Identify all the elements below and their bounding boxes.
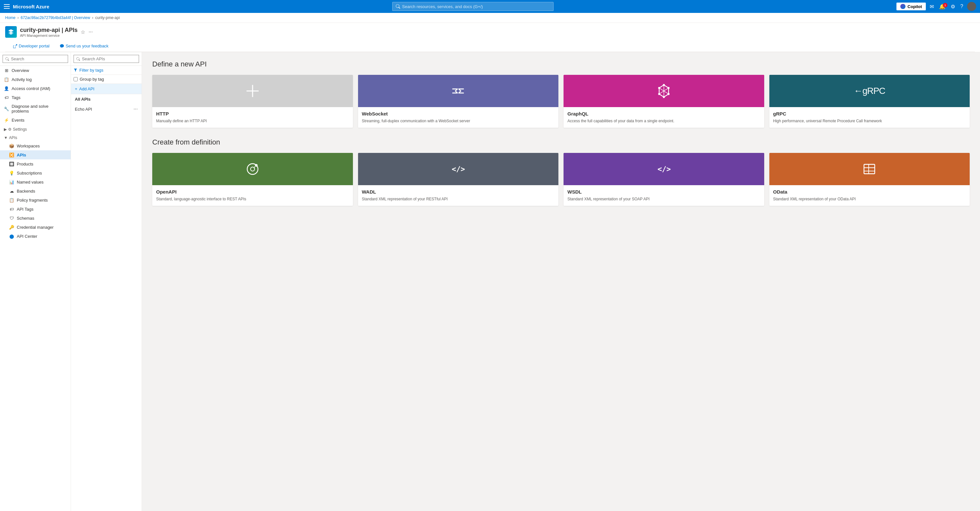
card-desc-odata: Standard XML representation of your ODat… bbox=[773, 196, 966, 202]
sidebar-item-schemas[interactable]: 🛡 Schemas bbox=[0, 213, 71, 223]
card-title-graphql: GraphQL bbox=[568, 111, 760, 116]
global-search-input[interactable] bbox=[402, 4, 550, 9]
add-api-label: Add API bbox=[80, 86, 94, 91]
sidebar-item-label: Settings bbox=[13, 127, 27, 132]
group-by-tag-checkbox[interactable] bbox=[73, 77, 78, 81]
api-search-icon bbox=[76, 57, 80, 61]
sidebar-item-products[interactable]: 🔲 Products bbox=[0, 159, 71, 169]
breadcrumb-subscription[interactable]: 672ac98ac2b7279b4bd3a44f | Overview bbox=[21, 16, 90, 20]
middle-panel: Filter by tags Group by tag + Add API Al… bbox=[71, 52, 142, 511]
card-banner-wsdl: </> bbox=[563, 153, 764, 185]
sidebar-item-workspaces[interactable]: 📦 Workspaces bbox=[0, 141, 71, 150]
tags-icon: 🏷 bbox=[4, 95, 9, 100]
copilot-button[interactable]: Copilot bbox=[896, 3, 926, 10]
svg-point-14 bbox=[255, 164, 258, 166]
sidebar-item-diagnose[interactable]: 🔧 Diagnose and solve problems bbox=[0, 102, 71, 116]
sidebar-item-api-center[interactable]: ⬤ API Center bbox=[0, 232, 71, 240]
page-title-group: curity-pme-api | APIs API Management ser… bbox=[20, 27, 78, 37]
sidebar-item-label: Access control (IAM) bbox=[12, 86, 50, 91]
card-banner-openapi bbox=[152, 153, 353, 185]
api-card-openapi[interactable]: OpenAPI Standard, language-agnostic inte… bbox=[152, 153, 353, 206]
api-search-input[interactable] bbox=[82, 56, 136, 61]
sidebar-search[interactable] bbox=[0, 52, 71, 66]
sidebar-section-settings[interactable]: ▶ ⚙ Settings bbox=[0, 124, 71, 133]
workspaces-icon: 📦 bbox=[9, 143, 14, 148]
sidebar-item-overview[interactable]: ⊞ Overview bbox=[0, 66, 71, 75]
card-body-odata: OData Standard XML representation of you… bbox=[769, 185, 970, 206]
sidebar-item-label: Events bbox=[12, 118, 24, 123]
toolbar: Developer portal Send us your feedback bbox=[5, 40, 975, 52]
api-card-wsdl[interactable]: </> WSDL Standard XML representation of … bbox=[563, 153, 764, 206]
credential-manager-icon: 🔑 bbox=[9, 224, 14, 230]
sidebar-item-label: Credential manager bbox=[17, 225, 54, 230]
email-icon[interactable]: ✉ bbox=[928, 2, 935, 11]
sidebar-item-policy-fragments[interactable]: 📋 Policy fragments bbox=[0, 196, 71, 205]
card-body-graphql: GraphQL Access the full capabilities of … bbox=[563, 107, 764, 128]
favorite-button[interactable]: ☆ bbox=[81, 29, 85, 35]
breadcrumb-current: curity-pme-api bbox=[95, 16, 120, 20]
svg-point-13 bbox=[251, 167, 255, 171]
svg-text:</>: </> bbox=[657, 165, 671, 173]
copilot-icon bbox=[900, 4, 905, 9]
api-item-more-button[interactable]: ··· bbox=[134, 106, 138, 112]
sidebar-item-label: APIs bbox=[17, 153, 26, 158]
sidebar-item-backends[interactable]: ☁ Backends bbox=[0, 186, 71, 196]
left-sidebar: ⊞ Overview 📋 Activity log 👤 Access contr… bbox=[0, 52, 71, 511]
sidebar-item-activity-log[interactable]: 📋 Activity log bbox=[0, 75, 71, 84]
card-banner-websocket bbox=[358, 75, 559, 107]
main-layout: ⊞ Overview 📋 Activity log 👤 Access contr… bbox=[0, 52, 980, 511]
api-card-graphql[interactable]: GraphQL Access the full capabilities of … bbox=[563, 75, 764, 128]
define-api-title: Define a new API bbox=[152, 60, 970, 68]
api-card-grpc[interactable]: ←gRPC gRPC High performance, universal R… bbox=[769, 75, 970, 128]
hamburger-menu[interactable] bbox=[4, 4, 10, 9]
create-from-definition-title: Create from definition bbox=[152, 138, 970, 146]
sidebar-item-subscriptions[interactable]: 💡 Subscriptions bbox=[0, 169, 71, 177]
all-apis-label: All APIs bbox=[71, 94, 142, 104]
card-body-grpc: gRPC High performance, universal Remote … bbox=[769, 107, 970, 128]
notification-wrapper[interactable]: 🔔 1 bbox=[938, 3, 947, 10]
app-title: Microsoft Azure bbox=[13, 4, 49, 10]
grpc-text: ←gRPC bbox=[854, 86, 885, 96]
websocket-icon bbox=[450, 83, 466, 99]
feedback-button[interactable]: Send us your feedback bbox=[57, 42, 111, 50]
filter-icon bbox=[73, 68, 78, 72]
filter-by-tags-button[interactable]: Filter by tags bbox=[71, 66, 142, 75]
breadcrumb-home[interactable]: Home bbox=[5, 16, 16, 20]
card-desc-wadl: Standard XML representation of your REST… bbox=[362, 196, 555, 202]
card-desc-wsdl: Standard XML representation of your SOAP… bbox=[568, 196, 760, 202]
sidebar-section-apis[interactable]: ▼ APIs bbox=[0, 133, 71, 141]
api-card-websocket[interactable]: WebSocket Streaming, full-duplex communi… bbox=[358, 75, 559, 128]
api-card-http[interactable]: HTTP Manually define an HTTP API bbox=[152, 75, 353, 128]
sidebar-item-apis[interactable]: 🔀 APIs bbox=[0, 150, 71, 159]
expand-icon: ▶ bbox=[4, 127, 7, 132]
sidebar-item-tags[interactable]: 🏷 Tags bbox=[0, 93, 71, 102]
card-title-wadl: WADL bbox=[362, 189, 555, 194]
sidebar-item-api-tags[interactable]: 🏷 API Tags bbox=[0, 205, 71, 213]
add-api-button[interactable]: + Add API bbox=[71, 84, 142, 94]
sidebar-item-events[interactable]: ⚡ Events bbox=[0, 116, 71, 124]
group-by-tag-option[interactable]: Group by tag bbox=[71, 75, 142, 84]
page-subtitle: API Management service bbox=[20, 33, 78, 37]
apis-icon: 🔀 bbox=[9, 152, 14, 158]
developer-portal-button[interactable]: Developer portal bbox=[10, 42, 52, 50]
help-icon[interactable]: ? bbox=[959, 2, 964, 11]
notification-badge: 1 bbox=[943, 3, 947, 8]
settings-icon[interactable]: ⚙ bbox=[949, 2, 956, 11]
global-search-bar[interactable] bbox=[392, 2, 554, 11]
sidebar-item-credential-manager[interactable]: 🔑 Credential manager bbox=[0, 223, 71, 232]
more-options-button[interactable]: ··· bbox=[88, 29, 92, 35]
sidebar-item-named-values[interactable]: 📊 Named values bbox=[0, 177, 71, 186]
sidebar-item-label: Diagnose and solve problems bbox=[12, 104, 67, 113]
sidebar-search-input[interactable] bbox=[11, 56, 65, 61]
api-card-odata[interactable]: OData Standard XML representation of you… bbox=[769, 153, 970, 206]
api-name: Echo API bbox=[75, 107, 92, 111]
sidebar-item-iam[interactable]: 👤 Access control (IAM) bbox=[0, 84, 71, 93]
api-search-container[interactable] bbox=[71, 52, 142, 66]
api-list-item[interactable]: Echo API ··· bbox=[71, 104, 142, 114]
top-navigation: Microsoft Azure Copilot ✉ 🔔 1 ⚙ ? bbox=[0, 0, 980, 13]
nav-center bbox=[53, 2, 893, 11]
user-avatar[interactable] bbox=[967, 2, 976, 11]
card-title-openapi: OpenAPI bbox=[156, 189, 349, 194]
api-card-wadl[interactable]: </> WADL Standard XML representation of … bbox=[358, 153, 559, 206]
apis-section-label: APIs bbox=[9, 135, 17, 140]
